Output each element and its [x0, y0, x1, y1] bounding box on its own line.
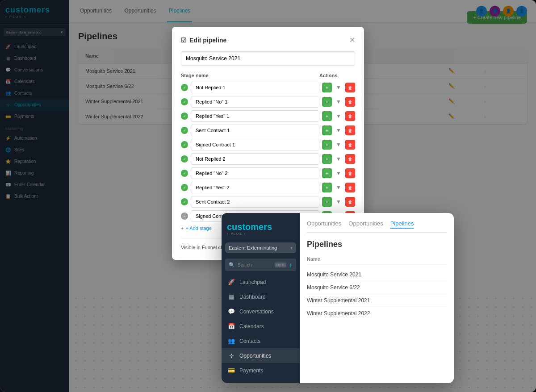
- stage-actions-3: + ▼ 🗑: [322, 111, 355, 121]
- nav-label: Opportunities: [239, 353, 271, 359]
- zoomed-logo: customers • PLUS •: [222, 218, 300, 241]
- calendars-icon: 📅: [228, 323, 235, 329]
- plus-icon: +: [181, 225, 184, 231]
- stage-actions-4: + ▼ 🗑: [322, 125, 355, 135]
- stage-add-button-1[interactable]: +: [322, 83, 332, 92]
- zoomed-nav-dashboard[interactable]: ▦ Dashboard: [222, 289, 300, 304]
- stage-row-1: ✓ + ▼ 🗑: [181, 82, 355, 93]
- stage-filter-button-4[interactable]: ▼: [334, 125, 343, 135]
- stage-delete-button-3[interactable]: 🗑: [345, 111, 355, 121]
- modal-close-button[interactable]: ✕: [349, 36, 355, 44]
- stage-filter-button-5[interactable]: ▼: [334, 140, 343, 150]
- zoomed-card: customers • PLUS • Eastern Exterminating…: [222, 213, 454, 383]
- list-item[interactable]: Mosquito Service 6/22: [307, 281, 447, 294]
- stage-delete-button-7[interactable]: 🗑: [345, 168, 355, 178]
- stage-filter-button-6[interactable]: ▼: [334, 154, 343, 164]
- search-icon: 🔍: [229, 262, 235, 268]
- stage-name-input-9[interactable]: [191, 196, 319, 208]
- zoomed-company-name: Eastern Exterminating: [229, 245, 277, 250]
- zoomed-nav-launchpad[interactable]: 🚀 Launchpad: [222, 275, 300, 289]
- nav-label: Dashboard: [239, 294, 266, 300]
- stage-check-icon: ✓: [181, 127, 188, 134]
- stage-name-input-7[interactable]: [191, 167, 319, 179]
- stage-name-input-6[interactable]: [191, 153, 319, 165]
- pipeline-name-input[interactable]: [181, 51, 355, 66]
- zoomed-tab-opp1[interactable]: Opportunities: [307, 220, 341, 229]
- stage-delete-button-4[interactable]: 🗑: [345, 125, 355, 135]
- stage-add-button-3[interactable]: +: [322, 111, 332, 121]
- stage-row-6: ✓ + ▼ 🗑: [181, 153, 355, 165]
- zoomed-logo-text: customers: [227, 222, 294, 232]
- opportunities-icon: ⊹: [228, 352, 235, 359]
- stage-name-input-1[interactable]: [191, 82, 319, 93]
- stage-actions-2: + ▼ 🗑: [322, 97, 355, 107]
- nav-label: Conversations: [239, 309, 274, 315]
- stage-name-input-8[interactable]: [191, 182, 319, 193]
- stage-actions-1: + ▼ 🗑: [322, 83, 355, 92]
- nav-label: Launchpad: [239, 279, 266, 285]
- dashboard-icon: ▦: [228, 293, 235, 300]
- stage-delete-button-6[interactable]: 🗑: [345, 154, 355, 164]
- list-item[interactable]: Mosquito Service 2021: [307, 268, 447, 281]
- stage-add-button-6[interactable]: +: [322, 154, 332, 164]
- stage-add-button-5[interactable]: +: [322, 140, 332, 150]
- zoomed-nav-payments[interactable]: 💳 Payments: [222, 363, 300, 378]
- stage-name-input-3[interactable]: [191, 110, 319, 122]
- stage-add-button-9[interactable]: +: [322, 197, 332, 207]
- stage-add-button-2[interactable]: +: [322, 97, 332, 107]
- zoomed-logo-sub: • PLUS •: [227, 232, 294, 235]
- stage-filter-button-9[interactable]: ▼: [334, 197, 343, 207]
- conversations-icon: 💬: [228, 308, 235, 315]
- stage-check-icon: ✓: [181, 198, 188, 205]
- stage-check-icon: ✓: [181, 113, 188, 120]
- stage-filter-button-1[interactable]: ▼: [334, 83, 343, 92]
- stage-check-icon: ✓: [181, 84, 188, 91]
- nav-label: Calendars: [239, 323, 264, 329]
- stage-actions-7: + ▼ 🗑: [322, 168, 355, 178]
- stage-delete-button-9[interactable]: 🗑: [345, 197, 355, 207]
- stage-filter-button-3[interactable]: ▼: [334, 111, 343, 121]
- chevron-down-icon: ▾: [290, 246, 293, 250]
- stage-name-input-4[interactable]: [191, 125, 319, 136]
- stage-delete-button-5[interactable]: 🗑: [345, 140, 355, 150]
- list-item[interactable]: Winter Supplemental 2021: [307, 294, 447, 307]
- zoomed-company-selector[interactable]: Eastern Exterminating ▾: [225, 242, 296, 253]
- stage-filter-button-8[interactable]: ▼: [334, 183, 343, 192]
- stage-check-icon: ✓: [181, 141, 188, 148]
- edit-icon: ☑: [181, 37, 187, 44]
- zoomed-tab-opp2[interactable]: Opportunities: [348, 220, 383, 229]
- nav-label: Contacts: [239, 338, 260, 344]
- list-item-winter-2022[interactable]: Winter Supplemental 2022: [307, 307, 447, 320]
- search-add-icon: +: [289, 261, 293, 268]
- zoomed-tab-pipelines[interactable]: Pipelines: [390, 220, 414, 229]
- stage-add-button-4[interactable]: +: [322, 125, 332, 135]
- stage-name-input-5[interactable]: [191, 139, 319, 150]
- stage-check-icon: ✓: [181, 184, 188, 191]
- add-stage-label: + Add stage: [185, 225, 211, 231]
- modal-header: ☑ Edit pipeline ✕: [181, 36, 355, 44]
- stage-row-3: ✓ + ▼ 🗑: [181, 110, 355, 122]
- stage-check-icon: ✓: [181, 170, 188, 177]
- stage-add-button-8[interactable]: +: [322, 183, 332, 192]
- zoomed-main: Opportunities Opportunities Pipelines Pi…: [300, 213, 454, 383]
- stage-filter-button-2[interactable]: ▼: [334, 97, 343, 107]
- stage-check-icon: ✓: [181, 155, 188, 163]
- stage-delete-button-1[interactable]: 🗑: [345, 83, 355, 92]
- zoomed-nav-calendars[interactable]: 📅 Calendars: [222, 319, 300, 334]
- stage-row-5: ✓ + ▼ 🗑: [181, 139, 355, 150]
- stage-row-4: ✓ + ▼ 🗑: [181, 125, 355, 136]
- stage-filter-button-7[interactable]: ▼: [334, 168, 343, 178]
- stage-name-input-2[interactable]: [191, 96, 319, 108]
- stage-delete-button-8[interactable]: 🗑: [345, 183, 355, 192]
- search-placeholder: Search: [238, 263, 272, 267]
- stage-delete-button-2[interactable]: 🗑: [345, 97, 355, 107]
- stage-add-button-7[interactable]: +: [322, 168, 332, 178]
- zoomed-nav-contacts[interactable]: 👥 Contacts: [222, 334, 300, 348]
- zoomed-search[interactable]: 🔍 Search ctrl K +: [225, 259, 296, 271]
- modal-title: ☑ Edit pipeline: [181, 37, 226, 44]
- stage-check-icon: ✓: [181, 98, 188, 105]
- stage-actions-5: + ▼ 🗑: [322, 140, 355, 150]
- zoomed-nav-conversations[interactable]: 💬 Conversations: [222, 304, 300, 319]
- stage-minus-icon: −: [181, 213, 188, 220]
- zoomed-nav-opportunities[interactable]: ⊹ Opportunities: [222, 348, 300, 363]
